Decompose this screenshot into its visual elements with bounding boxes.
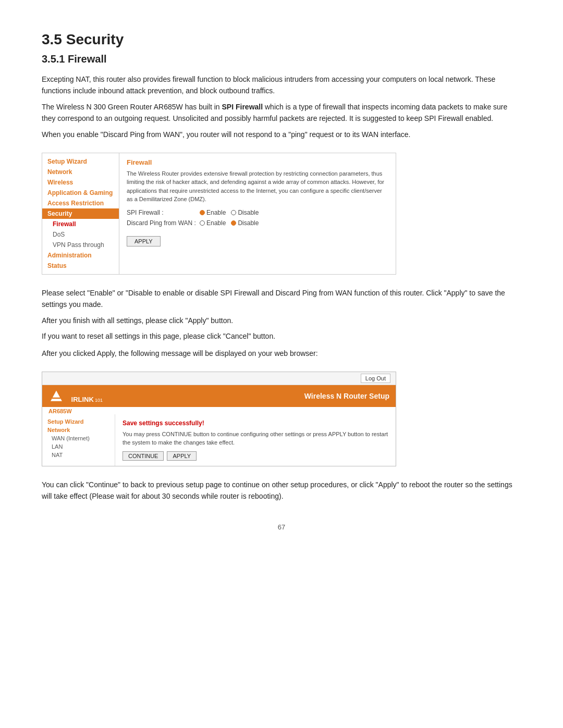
spi-enable-label: Enable: [206, 209, 226, 216]
sidebar-item-firewall[interactable]: Firewall: [42, 219, 119, 229]
apply-btn-container: APPLY: [127, 236, 161, 246]
sidebar-item-access-restriction[interactable]: Access Restriction: [42, 198, 119, 208]
router-body: Setup Wizard Network WAN (Internet) LAN …: [42, 414, 396, 466]
spi-firewall-row: SPI Firewall : Enable Disable: [127, 209, 388, 216]
svg-marker-1: [50, 389, 63, 402]
rs2-sidebar-nat[interactable]: NAT: [42, 451, 115, 459]
rs2-sidebar-lan[interactable]: LAN: [42, 442, 115, 451]
sidebar-item-setup-wizard[interactable]: Setup Wizard: [42, 156, 119, 167]
sidebar-item-status[interactable]: Status: [42, 261, 119, 271]
spi-enable-radio[interactable]: [200, 210, 205, 215]
ping-disable-option[interactable]: Disable: [231, 219, 259, 227]
airlink-logo-icon: [48, 388, 64, 404]
logout-button[interactable]: Log Out: [361, 374, 390, 383]
apply-button[interactable]: APPLY: [127, 236, 161, 246]
page-number: 67: [42, 523, 521, 531]
router-screenshot2: Log Out A IRLINK 101 Wireless N Router S…: [42, 372, 396, 466]
continue-button[interactable]: CONTINUE: [123, 451, 164, 461]
ping-enable-label: Enable: [206, 219, 226, 227]
router-sidebar: Setup Wizard Network Wireless Applicatio…: [42, 153, 119, 274]
ping-firewall-row: Discard Ping from WAN : Enable Disable: [127, 219, 388, 227]
sidebar-item-dos[interactable]: DoS: [42, 229, 119, 240]
sidebar-item-vpn[interactable]: VPN Pass through: [42, 240, 119, 250]
after-para-2: After you finish with all settings, plea…: [42, 315, 521, 326]
spi-disable-label: Disable: [238, 209, 259, 216]
sidebar-item-administration[interactable]: Administration: [42, 250, 119, 261]
final-para-1: You can click "Continue" to back to prev…: [42, 479, 521, 502]
sidebar-item-network[interactable]: Network: [42, 167, 119, 177]
router-ui-screenshot: Setup Wizard Network Wireless Applicatio…: [42, 153, 396, 275]
ping-disable-radio[interactable]: [231, 220, 236, 226]
apply-button-2[interactable]: APPLY: [167, 451, 197, 461]
spi-disable-radio[interactable]: [231, 210, 236, 215]
rs2-main-content: Save settings successfully! You may pres…: [115, 414, 396, 466]
sidebar-item-wireless[interactable]: Wireless: [42, 177, 119, 188]
page-title: 3.5 Security: [42, 31, 521, 48]
intro-para-3: When you enable "Discard Ping from WAN",…: [42, 129, 521, 140]
airlink-brand-irlink: IRLINK: [71, 396, 94, 403]
ping-enable-radio[interactable]: [200, 220, 205, 226]
airlink-logo: A IRLINK 101: [48, 388, 103, 404]
router-header-title: Wireless N Router Setup: [304, 392, 389, 400]
action-buttons-row: CONTINUE APPLY: [123, 451, 388, 461]
after-para-4: After you clicked Apply, the following m…: [42, 348, 521, 359]
after-para-1: Please select "Enable" or "Disable to en…: [42, 287, 521, 311]
rs2-sidebar: Setup Wizard Network WAN (Internet) LAN …: [42, 414, 115, 466]
rs2-sidebar-setup[interactable]: Setup Wizard: [42, 417, 115, 426]
ping-label: Discard Ping from WAN :: [127, 219, 200, 227]
airlink-brand-101: 101: [95, 398, 103, 403]
intro-para-2: The Wireless N 300 Green Router AR685W h…: [42, 101, 521, 125]
section-subtitle: 3.5.1 Firewall: [42, 53, 521, 65]
router-main-content: Firewall The Wireless Router provides ex…: [119, 153, 396, 274]
rs2-sidebar-network[interactable]: Network: [42, 426, 115, 434]
router-main-desc: The Wireless Router provides extensive f…: [127, 169, 388, 204]
sidebar-item-security[interactable]: Security: [42, 208, 119, 219]
save-success-title: Save settings successfully!: [123, 419, 388, 427]
after-para-3: If you want to reset all settings in thi…: [42, 330, 521, 342]
router-main-title: Firewall: [127, 158, 388, 166]
ping-disable-label: Disable: [238, 219, 259, 227]
spi-label: SPI Firewall :: [127, 209, 200, 216]
spi-disable-option[interactable]: Disable: [231, 209, 259, 216]
airlink-brand-a: A: [65, 394, 71, 404]
intro-para-1: Excepting NAT, this router also provides…: [42, 73, 521, 97]
save-success-desc: You may press CONTINUE button to continu…: [123, 430, 388, 447]
router-header-bar: A IRLINK 101 Wireless N Router Setup: [42, 385, 396, 407]
spi-enable-option[interactable]: Enable: [200, 209, 226, 216]
sidebar-item-app-gaming[interactable]: Application & Gaming: [42, 188, 119, 198]
ping-enable-option[interactable]: Enable: [200, 219, 226, 227]
rs2-sidebar-wan[interactable]: WAN (Internet): [42, 434, 115, 442]
router-model: AR685W: [42, 408, 396, 414]
